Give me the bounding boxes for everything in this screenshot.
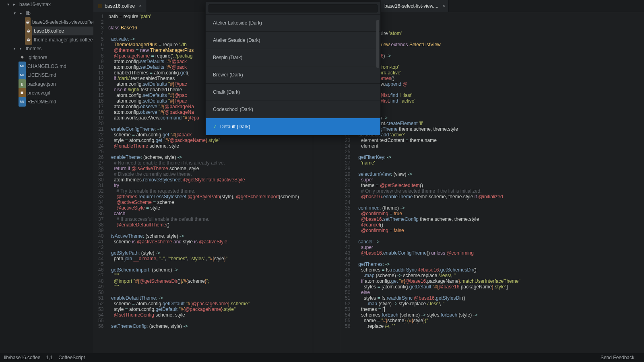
code-line[interactable]: lterEditor() [358,87,644,93]
code-line[interactable]: = document.createElement 'li' [358,121,644,126]
theme-list-item[interactable]: ✓Default (Dark) [206,118,380,135]
code-line[interactable]: s 'overlay from-top' [358,64,644,70]
code-line[interactable]: # No need to enable the theme if it is a… [108,160,340,166]
code-line[interactable]: enableDefaultTheme: -> [108,295,340,301]
tab-base16[interactable]: base16.coffee × [93,0,147,12]
code-line[interactable]: enableTheme: (scheme, style) -> [108,154,340,160]
code-line[interactable]: @themes.requireLessStylesheet @getStyleP… [108,194,340,200]
code-line[interactable]: cancel: -> [358,239,644,245]
code-line[interactable]: re 'path' [358,19,644,25]
code-line[interactable] [108,245,340,250]
code-line[interactable]: schemes = fs.readdirSync @base16.getSche… [358,267,644,273]
code-line[interactable]: 'name' [358,160,644,166]
tree-folder-themes[interactable]: ▸▸themes [12,44,93,53]
code-line[interactable]: confirmed: (theme) -> [358,205,644,211]
theme-list-item[interactable]: Atelier Lakeside (Dark) [206,14,380,31]
code-line[interactable]: styles = [atom.config.getDefault "#{@bas… [358,284,644,290]
status-grammar[interactable]: CoffeeScript [58,355,85,360]
feedback-link[interactable]: Send Feedback [601,355,634,360]
tree-file-tmp[interactable]: ☕theme-manager-plus.coffee [25,35,93,44]
tree-view[interactable]: ▾▸base16-syntax ▾▸lib ☕base16-select-lis… [0,0,93,353]
code-line[interactable]: @base16.enableTheme theme.scheme, theme.… [358,194,644,200]
code-line[interactable]: element.textContent = theme.name [358,138,644,143]
code-line[interactable]: m: (theme) -> [358,115,644,121]
code-line[interactable]: @enableTheme scheme, style [108,143,340,149]
code-area[interactable]: 'fs're 'path' iew} = require 'atom' Sele… [353,12,644,353]
code-line[interactable]: getThemes: -> [358,261,644,267]
code-line[interactable] [358,166,644,171]
code-line[interactable]: temView @list.find 'li:last' [358,93,644,98]
code-line[interactable] [358,256,644,261]
code-line[interactable] [358,36,644,42]
code-line[interactable]: try [108,183,340,188]
code-line[interactable]: """ [108,284,340,290]
code-line[interactable]: @confirming = false [358,228,644,233]
code-line[interactable]: selectItemView: (view) -> [358,171,644,177]
code-line[interactable] [108,261,340,267]
tree-file-preview[interactable]: ▣preview.gif [19,88,93,97]
code-line[interactable]: s @getThemes() [358,76,644,81]
code-line[interactable] [358,47,644,53]
code-line[interactable]: @base16.enableConfigTheme() unless @conf… [358,250,644,256]
code-line[interactable]: element [358,143,644,149]
code-line[interactable]: isActiveTheme: (scheme, style) -> [108,233,340,239]
code-line[interactable]: @activeStyle = style [108,205,340,211]
code-line[interactable] [358,25,644,31]
code-line[interactable]: @activeScheme = scheme [108,200,340,205]
tree-file-readme[interactable]: M↓README.md [19,97,93,106]
code-line[interactable]: # If unsuccessfull enable the default th… [108,216,340,222]
code-line[interactable]: if atom.config.get "#{@base16.packageNam… [358,278,644,284]
code-line[interactable]: @base16.setThemeConfig theme.scheme, the… [358,216,644,222]
code-line[interactable]: theme = @getSelectedItem() [358,183,644,188]
code-line[interactable]: @setThemeConfig scheme, style [108,312,340,318]
code-line[interactable]: getSchemeImport: (scheme) -> [108,267,340,273]
status-cursor[interactable]: 1,1 [46,355,53,360]
code-line[interactable] [108,149,340,154]
code-line[interactable]: getFilterKey: -> [358,154,644,160]
tree-file-base16[interactable]: ☕base16.coffee [25,27,93,35]
code-line[interactable]: @cancel() [358,222,644,228]
code-line[interactable]: name = "#{scheme} (#{style})" [358,318,644,323]
theme-list-item[interactable]: Atelier Seaside (Dark) [206,31,380,49]
code-line[interactable]: # Only preview the selected theme if the… [358,188,644,194]
code-line[interactable]: """ [108,273,340,278]
tree-file-gitignore[interactable]: ✸.gitignore [19,53,93,62]
code-line[interactable]: super [358,245,644,250]
code-line[interactable] [358,59,644,64]
code-line[interactable]: themes = [] [358,306,644,312]
close-icon[interactable]: × [442,3,445,9]
code-line[interactable]: @confirming = true [358,211,644,216]
scrollbar-thumb[interactable] [376,20,379,68]
code-line[interactable]: scheme = atom.config.getDefault "#{@pack… [108,301,340,306]
code-line[interactable]: # Try to enable the requested theme. [108,188,340,194]
code-line[interactable]: getStylePath: (style) -> [108,250,340,256]
code-line[interactable]: else [358,290,644,295]
tree-root[interactable]: ▾▸base16-syntax [6,0,93,9]
code-line[interactable]: return if @isActiveTheme scheme, style [108,166,340,171]
code-line[interactable] [108,228,340,233]
tree-file-package[interactable]: {}package.json [19,80,93,88]
code-line[interactable]: @enableDefaultTheme() [108,222,340,228]
code-line[interactable]: setThemeConfig: (scheme, style) -> [108,323,340,329]
code-line[interactable]: atom.themes.removeStylesheet @getStylePa… [108,177,340,183]
code-line[interactable] [358,149,644,154]
code-line[interactable]: catch [108,211,340,216]
theme-list-item[interactable]: Brewer (Dark) [206,66,380,83]
tree-file-changelog[interactable]: M↓CHANGELOG.md [19,62,93,71]
code-line[interactable] [358,200,644,205]
theme-list-item[interactable]: Bespin (Dark) [206,49,380,66]
code-line[interactable]: # Disable the currently active theme. [108,171,340,177]
code-line[interactable]: dClass 'mark-active' [358,70,644,76]
tree-folder-lib[interactable]: ▾▸lib [12,9,93,18]
code-line[interactable]: : (@base16) -> [358,53,644,59]
code-line[interactable] [108,318,340,323]
code-line[interactable]: .map (scheme) -> scheme.replace /.less/,… [358,273,644,278]
code-line[interactable]: SelectListView extends SelectListView [358,42,644,47]
close-icon[interactable]: × [139,3,142,9]
tree-file-license[interactable]: M↓LICENSE.md [19,71,93,80]
code-line[interactable]: 'fs' [358,14,644,19]
code-line[interactable]: t.classList.add 'active' [358,132,644,138]
code-line[interactable]: style = atom.config.getDefault "#{@packa… [108,306,340,312]
tab-slv[interactable]: base16-select-list-view.... × [381,0,449,12]
code-line[interactable] [358,109,644,115]
